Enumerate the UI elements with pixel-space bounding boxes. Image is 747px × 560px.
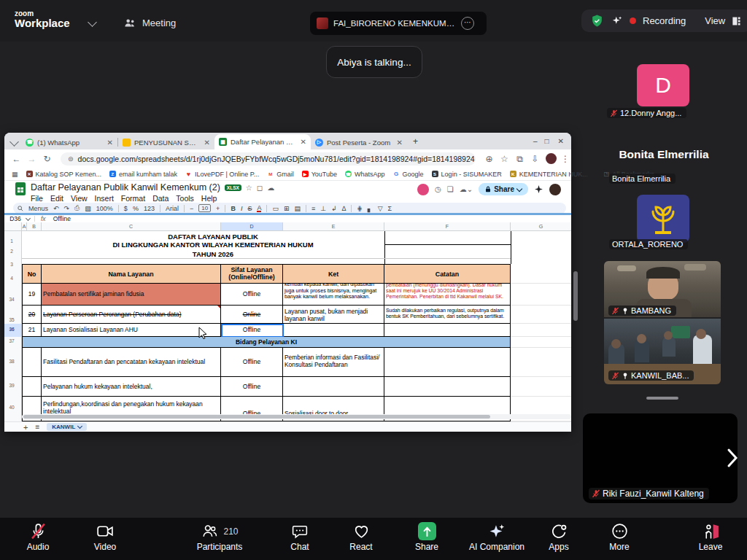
meet-icon[interactable]: ☁⌄ [460,185,473,193]
browser-tab-penyusunan[interactable]: PENYUSUNAN SP 23-28 FEB - ✕ [118,135,214,149]
cell-sifat-selected[interactable]: Offline [221,324,283,337]
history-icon[interactable]: ◷ [435,185,441,193]
row-number[interactable]: 35 [4,317,19,322]
row-number[interactable]: 38 [4,359,19,364]
insert-chart-icon[interactable]: ▖ [368,205,373,212]
valign-icon[interactable]: ⊥ [320,205,326,212]
table-row[interactable]: Fasilitasi Pendaftaran dan pencatatan ke… [22,348,571,377]
participant-tile-donny[interactable]: D [637,64,689,106]
address-bar[interactable]: ⊜ docs.google.com/spreadsheets/d/1rj0djG… [61,152,476,166]
apps-grid-icon[interactable]: ▦ [12,171,18,178]
next-participants-chevron-icon[interactable] [727,448,738,468]
tab-search-icon[interactable] [9,137,19,147]
sheet-tab-kanwil[interactable]: KANWIL [47,423,87,431]
share-button[interactable]: Share [479,183,528,195]
leave-button[interactable]: Leave [692,522,729,552]
format-currency-button[interactable]: $ [124,205,128,212]
row-number[interactable]: 40 [4,405,19,410]
menu-view[interactable]: View [71,194,88,203]
site-settings-icon[interactable]: ⊜ [68,155,74,163]
menu-insert[interactable]: Insert [95,194,114,203]
table-row[interactable]: 21 Layanan Sosialisasi Layanan AHU Offli… [22,324,571,337]
section-title[interactable]: Bidang Pelayanan KI [22,337,511,348]
table-row[interactable]: 19 Pembatalan sertifikat jaminan fidusia… [22,284,571,306]
undo-icon[interactable]: ↶ [53,205,59,212]
cell-sifat[interactable]: Offline [221,377,283,397]
rotate-text-icon[interactable]: ∆ [342,205,347,212]
font-decrease-button[interactable]: − [190,205,193,212]
menu-edit[interactable]: Edit [50,194,63,203]
search-icon[interactable] [18,206,23,211]
participants-button[interactable]: 210 Participants [189,522,250,552]
bookmark-item[interactable]: ▶YouTube [302,171,337,178]
column-header-a[interactable]: A [22,222,27,231]
borders-icon[interactable]: ⊞ [284,205,290,212]
close-tab-icon[interactable]: ✕ [107,139,113,147]
column-header-g[interactable]: G [511,222,571,231]
cell-sifat[interactable]: Offline [221,284,283,306]
close-tab-icon[interactable]: ✕ [301,138,306,146]
row-number[interactable]: 1 [4,238,19,244]
menu-data[interactable]: Data [152,194,169,203]
font-select[interactable]: Arial [166,205,179,212]
doc-title[interactable]: Daftar Pelayanan Publik Kanwil Kemenkum … [31,182,220,192]
grid-corner[interactable] [4,222,22,231]
row-number-selected[interactable]: 36 [4,327,19,332]
table-header-row[interactable]: No Nama Layanan Sifat Layanan (Online/Of… [22,264,571,284]
security-shield-icon[interactable] [590,14,604,28]
wrap-icon[interactable]: ↲ [331,205,337,212]
cell-ket[interactable]: Pemberian informasi dan Fasilitasi/ Kons… [283,348,384,377]
column-header-d[interactable]: D [221,222,283,231]
bookmark-star-icon[interactable]: ☆ [497,154,512,164]
filter-icon[interactable]: ▽ [378,205,383,212]
menu-help[interactable]: Help [201,194,217,203]
cell-sifat[interactable]: Offline [221,348,283,377]
sidebar-scrollbar[interactable] [573,271,578,321]
menus-search-label[interactable]: Menus [28,205,48,212]
zoom-select[interactable]: 100% [96,205,113,212]
bookmark-item[interactable]: KKEMENTERIAN HUK... [510,171,588,178]
apps-button[interactable]: Apps [541,522,577,552]
browser-tab-sheets-active[interactable]: ▦ Daftar Pelayanan Publik Kanwil ✕ [214,134,311,149]
browser-tab-zoom-web[interactable]: ▷ Post Peserta - Zoom ✕ [311,135,407,149]
account-avatar[interactable] [549,184,561,195]
cell-ket[interactable] [283,324,384,337]
menu-file[interactable]: File [31,194,43,203]
back-icon[interactable]: ← [9,154,24,164]
row-number[interactable]: 39 [4,383,19,388]
row-header-strip[interactable]: 1 2 3 4 34 35 36 37 38 39 40 [4,231,22,421]
window-maximize-icon[interactable]: □ [545,137,549,145]
participant-tile-ortala[interactable] [637,195,689,243]
new-tab-icon[interactable]: + [413,136,418,147]
side-panel-icon[interactable]: ⧉ [512,154,527,164]
cell-no[interactable] [22,377,42,397]
table-row[interactable]: Pelayanan hukum kekayaan intelektual, Of… [22,377,571,397]
cell-ket[interactable]: Layanan pusat, bukan menjadi layanan kan… [283,306,384,324]
cell-ket[interactable] [283,377,384,397]
close-tab-icon[interactable]: ✕ [204,139,210,147]
cell-catatan[interactable] [384,377,511,397]
share-button-dock[interactable]: Share [409,522,445,552]
cell-catatan[interactable] [384,324,511,337]
cell-nama[interactable]: Layanan Perseroan Perorangan (Perubahan … [42,306,221,324]
close-tab-icon[interactable]: ✕ [397,139,403,147]
tab-more-options-icon[interactable]: ⋯ [461,17,474,30]
cell-no[interactable]: 19 [22,284,42,306]
panel-resize-handle[interactable] [646,397,678,400]
audio-button[interactable]: Audio [20,522,56,552]
font-size-input[interactable]: 10 [198,204,211,212]
forward-icon[interactable]: → [24,154,39,164]
align-icon[interactable]: ≡ [311,205,315,212]
font-increase-button[interactable]: + [216,205,220,212]
cell-nama[interactable]: Layanan Sosialisasi Layanan AHU [42,324,221,337]
row-number[interactable]: 4 [4,276,19,281]
browser-menu-icon[interactable]: ⋮ [560,154,571,164]
add-sheet-icon[interactable]: + [23,423,28,432]
spreadsheet-grid[interactable]: A B C D E F G 1 2 3 4 34 35 36 37 38 39 … [4,222,571,421]
cell-nama[interactable]: Fasilitasi Pendaftaran dan pencatatan ke… [42,348,221,377]
browser-tab-whatsapp[interactable]: ☎ (1) WhatsApp ✕ [21,135,117,149]
browser-profile-avatar[interactable] [546,153,557,164]
chat-button[interactable]: Chat [282,522,318,552]
print-icon[interactable]: ⎙ [74,204,80,212]
cell-catatan[interactable]: pembatalan (menunggu diundangkan). Dasar… [386,284,508,300]
